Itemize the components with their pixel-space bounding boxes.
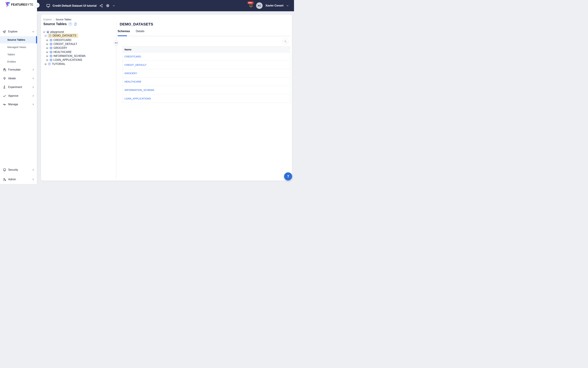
tree-connector: [47, 36, 48, 36]
tree-expand-toggle[interactable]: +: [46, 55, 48, 57]
help-fab-button[interactable]: ?: [284, 172, 292, 180]
sidebar-item-tables[interactable]: Tables: [0, 51, 37, 58]
featurebyte-logo: FEATUREBYTE: [5, 2, 33, 8]
sidebar-section-admin[interactable]: Admin: [0, 176, 37, 183]
tree-expand-toggle[interactable]: +: [46, 47, 48, 49]
schema-link[interactable]: CREDIT_DEFAULT: [125, 64, 146, 66]
search-button[interactable]: [283, 39, 288, 45]
head-gear-icon: [3, 68, 6, 72]
tree-connector: [48, 44, 49, 44]
tree-row-healthcare[interactable]: + HEALTHCARE: [46, 50, 71, 54]
user-menu-chevron-down-icon[interactable]: [286, 4, 289, 7]
tree-connector: [48, 52, 49, 52]
tree-collapse-toggle[interactable]: −: [45, 35, 47, 37]
tab-schemas[interactable]: Schemas: [118, 29, 127, 34]
sidebar-section-ideate[interactable]: Ideate: [0, 75, 37, 82]
share-icon[interactable]: [99, 4, 103, 8]
tab-details[interactable]: Details: [135, 29, 145, 34]
schema-link[interactable]: HEALTHCARE: [125, 80, 141, 83]
panel-divider: [116, 23, 116, 179]
sidebar-item-managed-views[interactable]: Managed Views: [0, 44, 37, 51]
help-icon[interactable]: ?: [69, 22, 72, 26]
notifications-button[interactable]: 999+: [249, 4, 253, 8]
sidebar-section-manage[interactable]: Manage: [0, 101, 37, 108]
tree-collapse-toggle[interactable]: −: [43, 31, 45, 33]
sidebar-section-security[interactable]: Security: [0, 166, 37, 173]
user-search-icon: [3, 178, 6, 181]
table-grid-icon: [50, 58, 53, 61]
tree-connector: [48, 40, 49, 40]
user-avatar[interactable]: XC: [256, 2, 263, 9]
sidebar-section-approve[interactable]: Approve: [0, 92, 37, 100]
featurebyte-wordmark: FEATUREBYTE: [11, 3, 33, 7]
chevron-down-icon: [32, 30, 35, 33]
breadcrumb-explore[interactable]: Explore: [43, 18, 52, 21]
schema-link[interactable]: INFORMATION_SCHEMA: [125, 89, 154, 92]
sidebar-section-experiment[interactable]: Experiment: [0, 83, 37, 91]
page-title-row: Source Tables ?: [43, 22, 77, 26]
sidebar-item-source-tables[interactable]: Source Tables: [0, 36, 37, 43]
chevron-right-icon: [32, 77, 35, 80]
tree-label-playground[interactable]: playground: [50, 30, 64, 34]
tab-baseline: [118, 36, 290, 36]
tree-row-information-schema[interactable]: + INFORMATION_SCHEMA: [46, 54, 86, 58]
refresh-icon[interactable]: [74, 22, 77, 26]
settings-gear-icon[interactable]: [106, 4, 110, 8]
breadcrumb-separator: ›: [53, 18, 54, 21]
sidebar-section-label: Explore: [8, 30, 18, 33]
tree-selected-highlight[interactable]: DEMO_DATASETS: [48, 34, 78, 38]
sidebar-section-formulate[interactable]: Formulate: [0, 66, 37, 73]
table-row[interactable]: HEALTHCARE: [123, 78, 290, 86]
bell-icon: [249, 4, 253, 8]
table-row[interactable]: CREDITCARD: [123, 52, 290, 61]
project-header: Credit Default Dataset UI tutorial: [43, 0, 115, 11]
table-header-row: Name: [123, 46, 290, 52]
check-icon: [3, 94, 6, 98]
chevron-right-icon: [32, 68, 35, 71]
tree-expand-toggle[interactable]: +: [46, 39, 48, 41]
schema-link[interactable]: GROCERY: [125, 72, 137, 75]
house-database-icon: [46, 30, 49, 33]
sidebar-item-entities[interactable]: Entities: [0, 58, 37, 65]
tree-row-tutorial[interactable]: + TUTORIAL: [45, 62, 65, 66]
schema-link[interactable]: CREDITCARD: [125, 55, 141, 58]
panel-heading: DEMO_DATASETS: [120, 22, 153, 27]
database-icon: [48, 63, 51, 65]
schema-link[interactable]: LOAN_APPLICATIONS: [125, 97, 151, 100]
tree-expand-toggle[interactable]: +: [46, 43, 48, 45]
tree-row-playground[interactable]: − playground: [43, 30, 64, 34]
table-row[interactable]: CREDIT_DEFAULT: [123, 61, 290, 69]
table-row[interactable]: GROCERY: [123, 69, 290, 78]
search-icon: [284, 40, 287, 43]
chevron-right-icon: [32, 178, 35, 181]
tree-label-demo-datasets[interactable]: DEMO_DATASETS: [53, 34, 76, 37]
project-chevron-down-icon[interactable]: [113, 4, 115, 7]
chevron-right-icon: [32, 103, 35, 106]
tree-expand-toggle[interactable]: +: [46, 51, 48, 53]
schemas-table: Name CREDITCARD CREDIT_DEFAULT GROCERY H…: [123, 46, 290, 103]
table-row[interactable]: INFORMATION_SCHEMA: [123, 86, 290, 94]
column-header-name: Name: [125, 48, 132, 51]
notification-badge: 999+: [247, 1, 254, 4]
sidebar-section-explore[interactable]: Explore: [0, 28, 37, 35]
breadcrumb: Explore › Source Tables: [43, 18, 71, 21]
tree-row-creditcard[interactable]: + CREDITCARD: [46, 38, 71, 42]
top-bar: Credit Default Dataset UI tutorial: [0, 0, 294, 11]
tree-row-demo-datasets[interactable]: − DEMO_DATASETS: [45, 34, 78, 37]
table-row[interactable]: LOAN_APPLICATIONS: [123, 94, 290, 103]
database-icon: [49, 34, 52, 37]
resize-arrows-icon: [115, 42, 118, 44]
table-grid-icon: [50, 46, 53, 49]
tree-row-credit-default[interactable]: + CREDIT_DEFAULT: [46, 42, 77, 46]
tree-row-grocery[interactable]: + GROCERY: [46, 46, 67, 50]
tree-expand-toggle[interactable]: +: [46, 59, 48, 61]
chevron-right-icon: [32, 168, 35, 171]
panel-resize-handle[interactable]: [114, 40, 118, 46]
collapse-sidebar-button[interactable]: [35, 3, 40, 8]
telescope-icon: [3, 30, 6, 34]
tree-row-loan-applications[interactable]: + LOAN_APPLICATIONS: [46, 58, 82, 62]
tree-expand-toggle[interactable]: +: [45, 63, 47, 65]
tree-label-tutorial[interactable]: TUTORIAL: [52, 63, 65, 66]
table-grid-icon: [50, 43, 53, 46]
project-title: Credit Default Dataset UI tutorial: [53, 4, 97, 7]
